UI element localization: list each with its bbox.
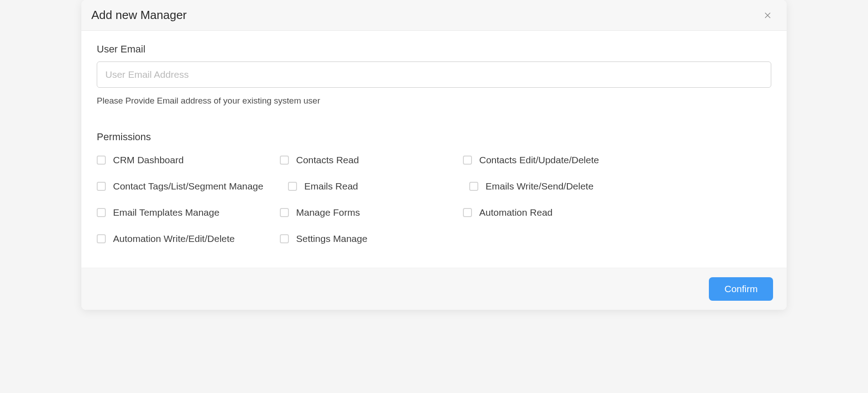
permission-contact-tags-manage[interactable]: Contact Tags/List/Segment Manage: [97, 181, 263, 192]
email-helper-text: Please Provide Email address of your exi…: [97, 96, 771, 106]
modal-body: User Email Please Provide Email address …: [81, 31, 787, 268]
permission-label: Contact Tags/List/Segment Manage: [113, 181, 263, 192]
close-icon: [764, 11, 772, 19]
permission-label: Emails Write/Send/Delete: [486, 181, 594, 192]
permission-contacts-edit[interactable]: Contacts Edit/Update/Delete: [463, 155, 599, 166]
permission-label: Automation Read: [479, 207, 552, 218]
add-manager-modal: Add new Manager User Email Please Provid…: [81, 0, 787, 310]
permissions-title: Permissions: [97, 131, 771, 143]
permission-automation-read[interactable]: Automation Read: [463, 207, 552, 218]
checkbox-automation-write[interactable]: [97, 234, 106, 243]
checkbox-contacts-edit[interactable]: [463, 156, 472, 165]
permissions-row: Email Templates ManageManage FormsAutoma…: [97, 207, 771, 219]
permission-label: Contacts Read: [296, 155, 359, 166]
permission-label: Manage Forms: [296, 207, 360, 218]
permissions-section: Permissions CRM DashboardContacts ReadCo…: [97, 131, 771, 245]
permission-label: Email Templates Manage: [113, 207, 219, 218]
permission-label: Automation Write/Edit/Delete: [113, 233, 235, 244]
permission-automation-write[interactable]: Automation Write/Edit/Delete: [97, 233, 235, 244]
close-button[interactable]: [761, 9, 774, 22]
modal-footer: Confirm: [81, 268, 787, 310]
permissions-row: Automation Write/Edit/DeleteSettings Man…: [97, 233, 771, 245]
permission-emails-write[interactable]: Emails Write/Send/Delete: [469, 181, 594, 192]
modal-header: Add new Manager: [81, 0, 787, 31]
modal-title: Add new Manager: [91, 8, 187, 22]
permissions-row: CRM DashboardContacts ReadContacts Edit/…: [97, 155, 771, 166]
confirm-button[interactable]: Confirm: [709, 277, 773, 301]
permission-label: CRM Dashboard: [113, 155, 184, 166]
permissions-grid: CRM DashboardContacts ReadContacts Edit/…: [97, 155, 771, 245]
checkbox-emails-write[interactable]: [469, 182, 478, 191]
permission-label: Contacts Edit/Update/Delete: [479, 155, 599, 166]
checkbox-manage-forms[interactable]: [280, 208, 289, 217]
permission-crm-dashboard[interactable]: CRM Dashboard: [97, 155, 184, 166]
checkbox-email-templates-manage[interactable]: [97, 208, 106, 217]
checkbox-settings-manage[interactable]: [280, 234, 289, 243]
checkbox-emails-read[interactable]: [288, 182, 297, 191]
checkbox-crm-dashboard[interactable]: [97, 156, 106, 165]
permission-email-templates-manage[interactable]: Email Templates Manage: [97, 207, 219, 218]
email-label: User Email: [97, 43, 771, 55]
checkbox-contact-tags-manage[interactable]: [97, 182, 106, 191]
email-input[interactable]: [97, 62, 771, 88]
permission-contacts-read[interactable]: Contacts Read: [280, 155, 359, 166]
permission-settings-manage[interactable]: Settings Manage: [280, 233, 368, 244]
permissions-row: Contact Tags/List/Segment ManageEmails R…: [97, 181, 771, 193]
checkbox-contacts-read[interactable]: [280, 156, 289, 165]
checkbox-automation-read[interactable]: [463, 208, 472, 217]
permission-manage-forms[interactable]: Manage Forms: [280, 207, 360, 218]
permission-label: Settings Manage: [296, 233, 368, 244]
permission-emails-read[interactable]: Emails Read: [288, 181, 358, 192]
permission-label: Emails Read: [304, 181, 358, 192]
